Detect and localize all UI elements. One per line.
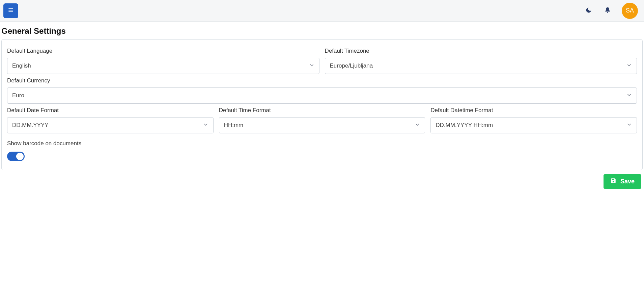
field-default-timezone: Default Timezone Europe/Ljubljana	[325, 46, 637, 74]
menu-toggle-button[interactable]	[3, 3, 18, 18]
page-title: General Settings	[1, 24, 643, 39]
svg-rect-0	[8, 8, 13, 9]
page-content: General Settings Default Language Englis…	[0, 22, 644, 193]
avatar[interactable]: SA	[622, 3, 638, 19]
toggle-show-barcode[interactable]	[7, 152, 25, 161]
save-button-label: Save	[620, 178, 635, 185]
select-default-language[interactable]: English	[7, 58, 319, 74]
save-icon	[610, 178, 616, 185]
topbar: SA	[0, 0, 644, 22]
field-default-currency: Default Currency Euro	[7, 75, 637, 104]
toggle-knob	[16, 153, 24, 160]
bell-icon	[604, 7, 611, 15]
select-default-timezone[interactable]: Europe/Ljubljana	[325, 58, 637, 74]
label-default-time-format: Default Time Format	[219, 107, 425, 114]
select-default-date-format[interactable]: DD.MM.YYYY	[7, 117, 214, 133]
field-default-date-format: Default Date Format DD.MM.YYYY	[7, 105, 214, 133]
svg-rect-2	[8, 11, 13, 12]
save-button[interactable]: Save	[604, 174, 641, 189]
settings-panel: Default Language English Default Timezon…	[1, 39, 643, 170]
moon-icon	[585, 7, 592, 15]
label-default-timezone: Default Timezone	[325, 48, 637, 54]
select-default-currency[interactable]: Euro	[7, 87, 637, 104]
label-show-barcode: Show barcode on documents	[7, 140, 637, 147]
avatar-initials: SA	[626, 7, 634, 14]
select-default-time-format[interactable]: HH:mm	[219, 117, 425, 133]
field-default-time-format: Default Time Format HH:mm	[219, 105, 425, 133]
field-show-barcode: Show barcode on documents	[7, 140, 637, 162]
field-default-datetime-format: Default Datetime Format DD.MM.YYYY HH:mm	[430, 105, 637, 133]
dark-mode-button[interactable]	[584, 5, 593, 16]
topbar-right: SA	[584, 3, 638, 19]
label-default-datetime-format: Default Datetime Format	[430, 107, 637, 114]
actions-bar: Save	[1, 174, 643, 189]
hamburger-icon	[8, 7, 14, 14]
field-default-language: Default Language English	[7, 46, 319, 74]
label-default-currency: Default Currency	[7, 77, 637, 84]
svg-rect-1	[8, 10, 13, 10]
select-default-datetime-format[interactable]: DD.MM.YYYY HH:mm	[430, 117, 637, 133]
label-default-language: Default Language	[7, 48, 319, 54]
label-default-date-format: Default Date Format	[7, 107, 214, 114]
notifications-button[interactable]	[603, 5, 612, 16]
